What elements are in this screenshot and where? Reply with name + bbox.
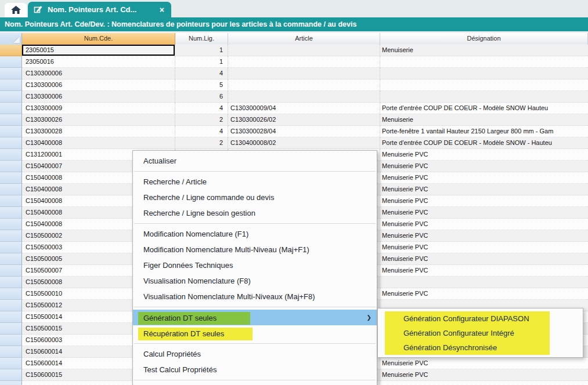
cell-designation[interactable]: Menuiserie PVC xyxy=(380,242,588,253)
cell-article[interactable] xyxy=(228,68,380,79)
cell-designation[interactable]: Menuiserie PVC xyxy=(380,265,588,277)
row-selector[interactable] xyxy=(0,358,22,369)
row-selector[interactable] xyxy=(0,184,22,195)
row-selector[interactable] xyxy=(0,346,22,358)
cell-designation[interactable]: Menuiserie PVC xyxy=(380,195,588,207)
row-selector[interactable] xyxy=(0,277,22,288)
row-selector[interactable] xyxy=(0,68,22,79)
cell-designation[interactable]: Porte d'entrée COUP DE COEUR - Modèle SN… xyxy=(380,103,588,114)
cell-num-lig[interactable]: 4 xyxy=(175,126,228,137)
row-selector[interactable] xyxy=(0,79,22,91)
row-selector[interactable] xyxy=(0,137,22,149)
cell-num-lig[interactable]: 2 xyxy=(175,137,228,149)
cell-designation[interactable]: Menuiserie PVC xyxy=(380,219,588,230)
menu-item-recherche-ligne-besoin[interactable]: Recherche / Ligne besoin gestion xyxy=(133,205,377,221)
row-selector[interactable] xyxy=(0,114,22,126)
row-selector[interactable] xyxy=(0,335,22,346)
cell-num-lig[interactable]: 6 xyxy=(175,91,228,103)
menu-item-modification-nomenclature-multi[interactable]: Modification Nomenclature Multi-Niveau (… xyxy=(133,242,377,257)
cell-designation[interactable] xyxy=(380,91,588,103)
cell-num-lig[interactable]: 4 xyxy=(175,103,228,114)
cell-num-cde[interactable]: C130300026 xyxy=(22,114,175,126)
menu-item-calcul-proprietes[interactable]: Calcul Propriétés xyxy=(133,346,377,362)
cell-designation[interactable]: Menuiserie PVC xyxy=(380,172,588,184)
menu-item-modification-nomenclature[interactable]: Modification Nomenclature (F1) xyxy=(133,226,377,242)
cell-designation[interactable]: Menuiserie PVC xyxy=(380,149,588,161)
home-tab[interactable] xyxy=(5,3,27,17)
cell-num-lig[interactable]: 2 xyxy=(175,114,228,126)
cell-num-lig[interactable]: 4 xyxy=(175,68,228,79)
row-selector[interactable] xyxy=(0,381,22,385)
menu-item-visualisation-nomenclature[interactable]: Visualisation Nomenclature (F8) xyxy=(133,273,377,289)
row-selector[interactable] xyxy=(0,369,22,381)
cell-designation[interactable]: Menuiserie PVC xyxy=(380,230,588,242)
cell-article[interactable] xyxy=(228,79,380,91)
cell-designation[interactable] xyxy=(380,277,588,288)
row-selector[interactable] xyxy=(0,161,22,172)
menu-item-actualiser[interactable]: Actualiser xyxy=(133,153,377,169)
cell-num-lig[interactable]: 1 xyxy=(175,56,228,68)
menu-item-test-calcul-proprietes[interactable]: Test Calcul Propriétés xyxy=(133,362,377,377)
row-selector[interactable] xyxy=(0,103,22,114)
row-selector[interactable] xyxy=(0,300,22,311)
cell-designation[interactable]: Porte d'entrée COUP DE COEUR - Modèle SN… xyxy=(380,137,588,149)
cell-article[interactable] xyxy=(228,45,380,56)
cell-designation[interactable]: Menuiserie PVC xyxy=(380,369,588,381)
row-selector[interactable] xyxy=(0,311,22,323)
cell-designation[interactable] xyxy=(380,381,588,385)
row-selector[interactable] xyxy=(0,219,22,230)
cell-num-cde[interactable]: C130300006 xyxy=(22,79,175,91)
cell-article[interactable]: C130300028/04 xyxy=(228,126,380,137)
cell-article[interactable] xyxy=(228,91,380,103)
cell-article[interactable] xyxy=(228,56,380,68)
cell-num-cde[interactable]: 23050016 xyxy=(22,56,175,68)
cell-article[interactable]: C130300026/02 xyxy=(228,114,380,126)
column-header-article[interactable]: Article xyxy=(228,33,380,45)
row-selector[interactable] xyxy=(0,230,22,242)
row-selector[interactable] xyxy=(0,126,22,137)
cell-designation[interactable]: Menuiserie xyxy=(380,45,588,56)
row-selector[interactable] xyxy=(0,207,22,219)
row-selector[interactable] xyxy=(0,242,22,253)
row-selector[interactable] xyxy=(0,45,22,56)
menu-item-visualisation-nomenclature-multi[interactable]: Visualisation Nomenclature Multi-Niveaux… xyxy=(133,289,377,304)
cell-num-lig[interactable]: 5 xyxy=(175,79,228,91)
row-selector[interactable] xyxy=(0,91,22,103)
select-all-corner[interactable] xyxy=(0,33,22,45)
menu-item-recherche-ligne-commande[interactable]: Recherche / Ligne commande ou devis xyxy=(133,190,377,205)
cell-designation[interactable] xyxy=(380,56,588,68)
cell-designation[interactable]: Menuiserie PVC xyxy=(380,184,588,195)
cell-num-cde[interactable]: C130400008 xyxy=(22,137,175,149)
tab-close-icon[interactable]: × xyxy=(158,6,165,14)
submenu-item-generation-integre[interactable]: Génération Configurateur Intégré xyxy=(378,326,583,340)
cell-article[interactable]: C130400008/02 xyxy=(228,137,380,149)
row-selector[interactable] xyxy=(0,172,22,184)
cell-num-cde[interactable]: C130300006 xyxy=(22,91,175,103)
row-selector[interactable] xyxy=(0,149,22,161)
cell-article[interactable]: C130300009/04 xyxy=(228,103,380,114)
menu-item-figer-donnees[interactable]: Figer Données Techniques xyxy=(133,257,377,273)
row-selector[interactable] xyxy=(0,323,22,335)
tab-nom-pointeurs[interactable]: Nom. Pointeurs Art. Cd... × xyxy=(28,2,171,17)
cell-designation[interactable]: Menuiserie PVC xyxy=(380,207,588,219)
cell-num-cde[interactable]: C130300028 xyxy=(22,126,175,137)
cell-designation[interactable]: Porte-fenêtre 1 vantail Hauteur 2150 Lar… xyxy=(380,126,588,137)
cell-designation[interactable]: Menuiserie xyxy=(380,114,588,126)
cell-num-lig[interactable]: 1 xyxy=(175,45,228,56)
row-selector[interactable] xyxy=(0,253,22,265)
cell-num-cde[interactable]: C130300006 xyxy=(22,68,175,79)
menu-item-recuperation-dt-seules[interactable]: Récupération DT seules xyxy=(133,325,377,341)
cell-num-cde[interactable]: C130300009 xyxy=(22,103,175,114)
column-header-num-lig[interactable]: Num.Lig. xyxy=(175,33,228,45)
row-selector[interactable] xyxy=(0,56,22,68)
cell-designation[interactable]: Menuiserie PVC xyxy=(380,288,588,300)
submenu-item-generation-diapason[interactable]: Génération Configurateur DIAPASON xyxy=(378,311,583,326)
menu-item-recherche-article[interactable]: Recherche / Article xyxy=(133,174,377,190)
row-selector[interactable] xyxy=(0,288,22,300)
column-header-designation[interactable]: Désignation xyxy=(380,33,588,45)
submenu-item-generation-desynchronisee[interactable]: Génération Désynchronisée xyxy=(378,340,583,355)
row-selector[interactable] xyxy=(0,265,22,277)
cell-designation[interactable] xyxy=(380,79,588,91)
cell-designation[interactable]: Menuiserie PVC xyxy=(380,253,588,265)
cell-designation[interactable]: Menuiserie PVC xyxy=(380,358,588,369)
